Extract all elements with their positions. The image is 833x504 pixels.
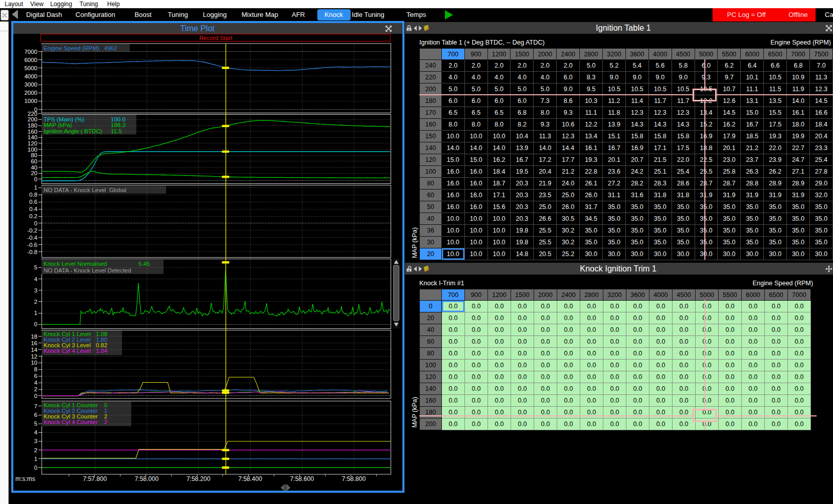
svg-text:0: 0	[34, 393, 37, 399]
svg-text:140: 140	[28, 134, 37, 140]
svg-text:6: 6	[34, 412, 37, 418]
svg-text:1000: 1000	[24, 98, 37, 104]
svg-text:200: 200	[28, 116, 37, 122]
svg-text:0: 0	[34, 321, 37, 327]
svg-text:1.04: 1.04	[96, 348, 108, 354]
svg-text:2000: 2000	[24, 90, 37, 96]
svg-text:0.2: 0.2	[29, 213, 37, 219]
svg-text:12: 12	[31, 353, 37, 360]
svg-text:8: 8	[34, 366, 37, 372]
svg-text:0: 0	[34, 176, 37, 182]
svg-text:-0.2: -0.2	[27, 227, 37, 234]
svg-text:5000: 5000	[24, 65, 37, 71]
svg-text:10: 10	[31, 360, 37, 366]
svg-text:0: 0	[34, 220, 37, 226]
svg-text:7000: 7000	[24, 49, 37, 55]
svg-text:7:57.800: 7:57.800	[83, 475, 107, 482]
svg-text:Ignition Angle ( BTDC): Ignition Angle ( BTDC)	[44, 128, 103, 134]
svg-text:4: 4	[34, 380, 38, 386]
svg-text:2: 2	[104, 419, 107, 425]
svg-text:4962: 4962	[104, 45, 117, 51]
svg-text:5.45: 5.45	[138, 261, 150, 267]
svg-text:40: 40	[31, 164, 37, 171]
svg-text:120: 120	[28, 140, 37, 146]
svg-text:m:s:ms: m:s:ms	[15, 475, 35, 482]
svg-text:-0.4: -0.4	[27, 235, 37, 241]
svg-text:100.0: 100.0	[111, 116, 126, 122]
svg-text:-0.6: -0.6	[27, 242, 37, 248]
svg-text:6000: 6000	[24, 57, 37, 63]
svg-text:7:58.000: 7:58.000	[135, 475, 159, 482]
svg-text:-0.8: -0.8	[27, 249, 37, 255]
svg-text:Record Start: Record Start	[199, 35, 233, 41]
svg-text:Knock Cyl 4 Level: Knock Cyl 4 Level	[44, 348, 91, 354]
svg-text:1: 1	[34, 310, 37, 316]
svg-text:TPS (Main) (%): TPS (Main) (%)	[44, 116, 84, 122]
svg-text:NO DATA - Knock Level Global: NO DATA - Knock Level Global	[44, 187, 126, 193]
svg-text:4000: 4000	[24, 73, 37, 79]
svg-text:7:58.400: 7:58.400	[238, 475, 262, 482]
svg-text:7:58.600: 7:58.600	[290, 475, 314, 482]
svg-text:7:58.800: 7:58.800	[342, 475, 366, 482]
svg-text:16: 16	[31, 340, 37, 346]
svg-text:180: 180	[28, 122, 37, 129]
svg-text:4: 4	[34, 276, 38, 282]
svg-text:1: 1	[34, 184, 37, 191]
svg-text:Engine Speed (RPM): Engine Speed (RPM)	[44, 45, 99, 51]
svg-text:Knock Cyl 4 Counter: Knock Cyl 4 Counter	[44, 419, 98, 425]
svg-text:Knock Level Normalised: Knock Level Normalised	[44, 261, 107, 267]
svg-text:7: 7	[34, 403, 37, 409]
svg-text:80: 80	[31, 152, 37, 158]
svg-text:0.4: 0.4	[29, 206, 38, 212]
svg-text:NO DATA - Knock Level Detected: NO DATA - Knock Level Detected	[44, 267, 131, 274]
svg-text:0: 0	[34, 465, 37, 471]
svg-text:18: 18	[31, 333, 37, 340]
svg-text:188.3: 188.3	[111, 122, 126, 128]
svg-text:220: 220	[28, 111, 37, 117]
svg-text:0.8: 0.8	[29, 192, 37, 198]
svg-text:6: 6	[34, 373, 37, 379]
svg-text:3: 3	[34, 438, 37, 444]
svg-text:5: 5	[34, 264, 37, 270]
svg-text:14: 14	[31, 347, 37, 353]
svg-text:7:58.200: 7:58.200	[187, 475, 211, 482]
svg-text:160: 160	[28, 129, 37, 135]
svg-text:1: 1	[34, 456, 37, 462]
svg-text:5: 5	[34, 421, 37, 427]
svg-text:60: 60	[31, 158, 37, 164]
svg-text:11.5: 11.5	[111, 128, 122, 134]
svg-text:100: 100	[28, 146, 37, 153]
svg-text:4: 4	[34, 429, 38, 435]
svg-text:3: 3	[34, 287, 37, 293]
svg-text:2: 2	[34, 299, 37, 305]
svg-text:MAP (kPa): MAP (kPa)	[44, 122, 72, 128]
svg-text:3000: 3000	[24, 81, 37, 88]
svg-text:20: 20	[31, 170, 37, 176]
svg-text:0.6: 0.6	[29, 199, 37, 205]
svg-text:2: 2	[34, 447, 37, 453]
svg-text:2: 2	[34, 386, 37, 392]
